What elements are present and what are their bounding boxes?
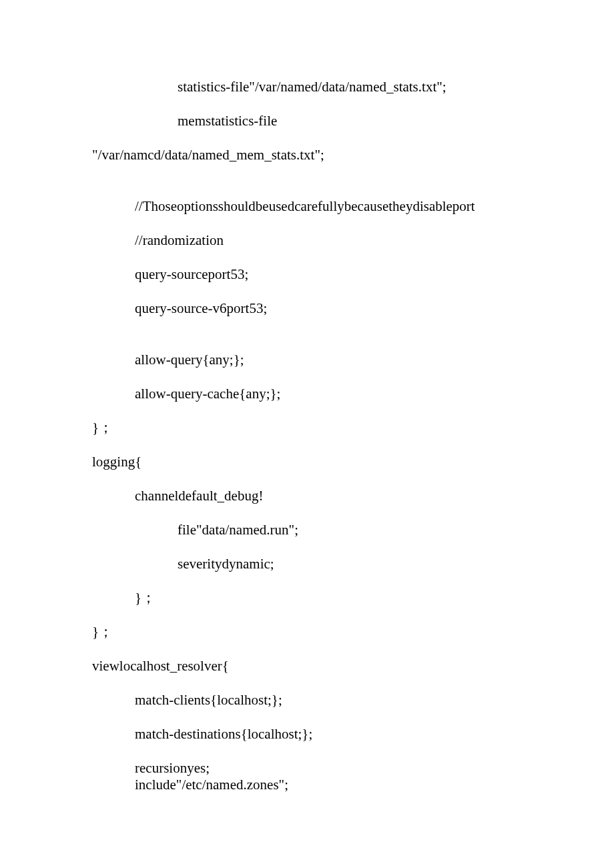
code-document: statistics-file"/var/named/data/named_st… <box>92 80 574 792</box>
code-line: query-source-v6port53; <box>92 302 574 316</box>
code-line: severitydynamic; <box>92 557 574 571</box>
code-line: }； <box>92 625 574 639</box>
code-line: match-destinations{localhost;}; <box>92 727 574 741</box>
code-line: allow-query-cache{any;}; <box>92 387 574 401</box>
code-line: recursionyes; <box>92 761 574 775</box>
code-line: allow-query{any;}; <box>92 353 574 367</box>
code-line: }； <box>92 421 574 435</box>
code-line: include"/etc/named.zones"; <box>92 778 574 792</box>
code-line: logging{ <box>92 455 574 469</box>
code-line: }； <box>92 591 574 605</box>
code-line: //Thoseoptionsshouldbeusedcarefullybecau… <box>92 199 574 213</box>
code-line: viewlocalhost_resolver{ <box>92 659 574 673</box>
code-line: //randomization <box>92 234 574 248</box>
code-line: file"data/named.run"; <box>92 523 574 537</box>
code-line: match-clients{localhost;}; <box>92 693 574 707</box>
code-line: statistics-file"/var/named/data/named_st… <box>92 80 574 94</box>
code-line: memstatistics-file <box>92 114 574 128</box>
code-line: channeldefault_debug! <box>92 489 574 503</box>
code-line: query-sourceport53; <box>92 268 574 282</box>
code-line: "/var/namcd/data/named_mem_stats.txt"; <box>92 148 574 162</box>
